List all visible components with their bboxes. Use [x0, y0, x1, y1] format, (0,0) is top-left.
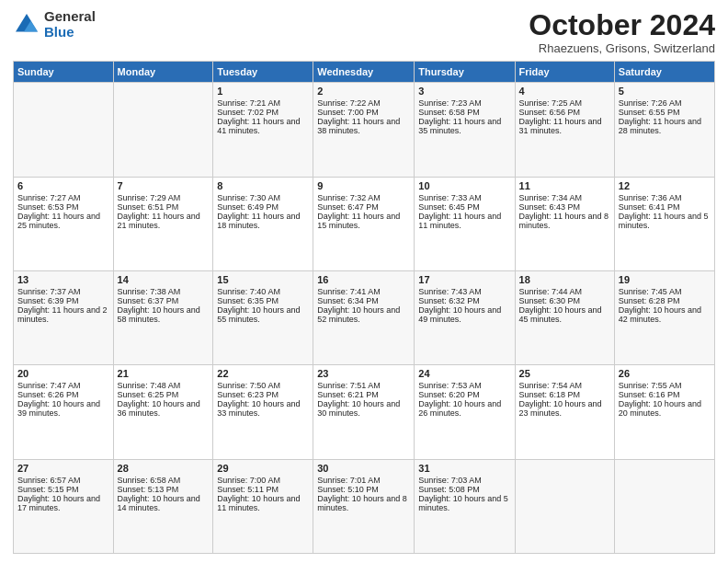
day-info: Daylight: 11 hours and 15 minutes.: [317, 212, 410, 230]
calendar-cell: [614, 459, 714, 553]
week-row-4: 20Sunrise: 7:47 AMSunset: 6:26 PMDayligh…: [14, 365, 715, 459]
day-number: 18: [519, 274, 610, 285]
day-info: Daylight: 10 hours and 20 minutes.: [619, 399, 711, 418]
day-info: Sunrise: 7:23 AM: [418, 98, 510, 108]
day-info: Sunrise: 7:29 AM: [118, 193, 210, 202]
day-number: 15: [217, 274, 309, 285]
day-info: Sunset: 6:45 PM: [418, 202, 510, 212]
logo-text: General Blue: [44, 9, 96, 40]
week-row-5: 27Sunrise: 6:57 AMSunset: 5:15 PMDayligh…: [14, 459, 715, 553]
day-info: Sunrise: 7:25 AM: [519, 98, 610, 108]
calendar-cell: 4Sunrise: 7:25 AMSunset: 6:56 PMDaylight…: [515, 83, 614, 177]
calendar-cell: 19Sunrise: 7:45 AMSunset: 6:28 PMDayligh…: [614, 270, 714, 364]
day-info: Sunset: 6:26 PM: [17, 390, 109, 399]
day-number: 2: [317, 86, 410, 97]
day-info: Sunrise: 7:40 AM: [217, 287, 309, 296]
day-info: Daylight: 10 hours and 52 minutes.: [317, 305, 410, 324]
calendar-cell: [515, 459, 614, 553]
calendar-cell: 16Sunrise: 7:41 AMSunset: 6:34 PMDayligh…: [313, 270, 415, 364]
calendar-cell: 29Sunrise: 7:00 AMSunset: 5:11 PMDayligh…: [213, 459, 313, 553]
day-info: Sunrise: 7:54 AM: [519, 381, 610, 390]
day-info: Daylight: 10 hours and 45 minutes.: [519, 305, 610, 324]
day-info: Sunset: 6:51 PM: [118, 202, 210, 212]
day-info: Daylight: 10 hours and 26 minutes.: [418, 399, 510, 418]
calendar-cell: 2Sunrise: 7:22 AMSunset: 7:00 PMDaylight…: [313, 83, 415, 177]
day-info: Sunset: 5:08 PM: [418, 485, 510, 494]
week-row-3: 13Sunrise: 7:37 AMSunset: 6:39 PMDayligh…: [14, 270, 715, 364]
day-info: Sunset: 5:15 PM: [17, 485, 109, 494]
calendar-cell: 10Sunrise: 7:33 AMSunset: 6:45 PMDayligh…: [415, 177, 515, 270]
day-info: Daylight: 11 hours and 41 minutes.: [217, 117, 309, 135]
day-info: Daylight: 10 hours and 30 minutes.: [317, 399, 410, 418]
day-info: Sunset: 6:49 PM: [217, 202, 309, 212]
subtitle: Rhaezuens, Grisons, Switzerland: [529, 41, 715, 55]
day-info: Daylight: 10 hours and 8 minutes.: [317, 494, 410, 512]
day-number: 31: [418, 463, 510, 474]
title-block: October 2024 Rhaezuens, Grisons, Switzer…: [529, 9, 715, 55]
day-number: 28: [118, 463, 210, 474]
day-info: Daylight: 10 hours and 14 minutes.: [118, 494, 210, 512]
day-info: Sunrise: 7:22 AM: [317, 98, 410, 108]
day-number: 4: [519, 86, 610, 97]
day-info: Sunset: 6:28 PM: [619, 296, 711, 305]
calendar-cell: [14, 83, 114, 177]
day-info: Sunset: 6:41 PM: [619, 202, 711, 212]
day-info: Daylight: 11 hours and 18 minutes.: [217, 212, 309, 230]
day-info: Daylight: 11 hours and 5 minutes.: [619, 212, 711, 230]
day-number: 21: [118, 368, 210, 379]
day-info: Sunrise: 7:53 AM: [418, 381, 510, 390]
day-number: 19: [619, 274, 711, 285]
day-number: 11: [519, 180, 610, 191]
day-header-monday: Monday: [113, 62, 213, 83]
day-number: 20: [17, 368, 109, 379]
day-info: Sunrise: 7:50 AM: [217, 381, 309, 390]
calendar-cell: 1Sunrise: 7:21 AMSunset: 7:02 PMDaylight…: [213, 83, 313, 177]
day-info: Sunset: 5:10 PM: [317, 485, 410, 494]
day-info: Daylight: 10 hours and 33 minutes.: [217, 399, 309, 418]
calendar-cell: 26Sunrise: 7:55 AMSunset: 6:16 PMDayligh…: [614, 365, 714, 459]
day-info: Sunrise: 7:30 AM: [217, 193, 309, 202]
calendar-cell: 24Sunrise: 7:53 AMSunset: 6:20 PMDayligh…: [415, 365, 515, 459]
calendar-cell: 7Sunrise: 7:29 AMSunset: 6:51 PMDaylight…: [113, 177, 213, 270]
calendar-cell: 14Sunrise: 7:38 AMSunset: 6:37 PMDayligh…: [113, 270, 213, 364]
day-info: Sunrise: 7:51 AM: [317, 381, 410, 390]
day-number: 23: [317, 368, 410, 379]
calendar-cell: 21Sunrise: 7:48 AMSunset: 6:25 PMDayligh…: [113, 365, 213, 459]
day-header-saturday: Saturday: [614, 62, 714, 83]
day-header-tuesday: Tuesday: [213, 62, 313, 83]
day-info: Sunrise: 7:27 AM: [17, 193, 109, 202]
calendar-cell: 23Sunrise: 7:51 AMSunset: 6:21 PMDayligh…: [313, 365, 415, 459]
calendar-cell: 12Sunrise: 7:36 AMSunset: 6:41 PMDayligh…: [614, 177, 714, 270]
day-number: 30: [317, 463, 410, 474]
day-info: Sunset: 7:02 PM: [217, 108, 309, 117]
day-number: 25: [519, 368, 610, 379]
day-info: Daylight: 10 hours and 36 minutes.: [118, 399, 210, 418]
calendar-cell: 28Sunrise: 6:58 AMSunset: 5:13 PMDayligh…: [113, 459, 213, 553]
day-info: Daylight: 10 hours and 17 minutes.: [17, 494, 109, 512]
page: General Blue October 2024 Rhaezuens, Gri…: [0, 0, 728, 563]
calendar-cell: 13Sunrise: 7:37 AMSunset: 6:39 PMDayligh…: [14, 270, 114, 364]
day-info: Sunset: 6:30 PM: [519, 296, 610, 305]
day-info: Daylight: 11 hours and 38 minutes.: [317, 117, 410, 135]
day-info: Sunset: 6:39 PM: [17, 296, 109, 305]
day-info: Sunrise: 6:58 AM: [118, 476, 210, 485]
day-info: Daylight: 10 hours and 39 minutes.: [17, 399, 109, 418]
day-header-thursday: Thursday: [415, 62, 515, 83]
day-info: Daylight: 10 hours and 23 minutes.: [519, 399, 610, 418]
header-row: SundayMondayTuesdayWednesdayThursdayFrid…: [14, 62, 715, 83]
calendar-cell: 31Sunrise: 7:03 AMSunset: 5:08 PMDayligh…: [415, 459, 515, 553]
day-info: Sunset: 6:23 PM: [217, 390, 309, 399]
month-title: October 2024: [529, 9, 715, 41]
day-info: Sunset: 6:47 PM: [317, 202, 410, 212]
week-row-2: 6Sunrise: 7:27 AMSunset: 6:53 PMDaylight…: [14, 177, 715, 270]
day-info: Sunrise: 7:32 AM: [317, 193, 410, 202]
day-number: 8: [217, 180, 309, 191]
day-info: Sunrise: 7:00 AM: [217, 476, 309, 485]
day-number: 6: [17, 180, 109, 191]
day-info: Sunset: 5:13 PM: [118, 485, 210, 494]
day-number: 10: [418, 180, 510, 191]
day-info: Sunset: 6:43 PM: [519, 202, 610, 212]
day-number: 27: [17, 463, 109, 474]
day-number: 9: [317, 180, 410, 191]
day-info: Daylight: 11 hours and 28 minutes.: [619, 117, 711, 135]
